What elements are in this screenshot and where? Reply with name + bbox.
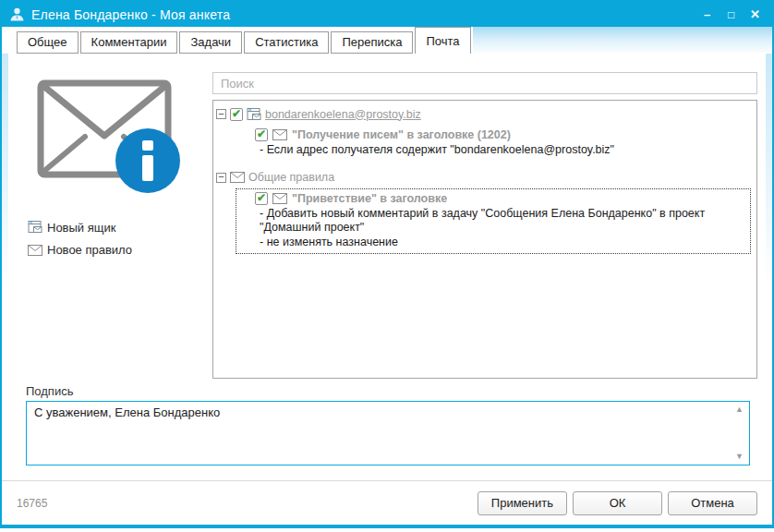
action-label: Новый ящик: [47, 221, 115, 235]
tab-bar: ОбщееКомментарииЗадачиСтатистикаПереписк…: [2, 27, 772, 54]
tab-statistics[interactable]: Статистика: [244, 31, 329, 54]
rule-title: "Получение писем" в заголовке (1202): [292, 128, 511, 141]
mailbox-icon: [247, 107, 261, 122]
mail-tab-panel: Новый ящикНовое правило bondarenkoelena@…: [2, 54, 772, 480]
tree-node-mailbox-node: bondarenkoelena@prostoy.biz"Получение пи…: [216, 106, 751, 163]
rule-details: - Добавить новый комментарий в задачу "С…: [260, 207, 746, 250]
footer-buttons: ПрименитьОКОтмена: [478, 491, 757, 515]
rule-checkbox[interactable]: [255, 192, 268, 205]
envelope-icon: [272, 129, 287, 140]
envelope-icon: [230, 172, 245, 183]
signature-box: С уважением, Елена Бондаренко ▲ ▼: [26, 401, 750, 466]
minimize-button[interactable]: –: [697, 6, 717, 24]
tree-node-children: "Приветствие" в заголовке- Добавить новы…: [236, 188, 751, 255]
collapse-icon[interactable]: [216, 173, 226, 183]
rules-tree: bondarenkoelena@prostoy.biz"Получение пи…: [212, 100, 757, 379]
profile-window: Елена Бондаренко - Моя анкета –□✕ ОбщееК…: [0, 0, 774, 528]
tab-general[interactable]: Общее: [17, 31, 79, 54]
node-checkbox[interactable]: [230, 108, 243, 121]
search-input[interactable]: [212, 72, 757, 94]
rule-checkbox[interactable]: [255, 128, 268, 141]
signature-scrollbar: ▲ ▼: [733, 405, 745, 461]
signature-label: Подпись: [26, 384, 750, 398]
cancel-button[interactable]: Отмена: [668, 491, 757, 515]
apply-button[interactable]: Применить: [478, 491, 567, 515]
mail-left-column: Новый ящикНовое правило: [11, 72, 212, 379]
info-badge-icon: [115, 128, 180, 193]
rule-detail: - не изменять назначение: [260, 236, 746, 250]
tab-comments[interactable]: Комментарии: [80, 31, 178, 54]
mail-main-row: Новый ящикНовое правило bondarenkoelena@…: [2, 54, 772, 379]
envelope-icon: [272, 193, 287, 204]
tab-correspondence[interactable]: Переписка: [331, 31, 413, 54]
window-title: Елена Бондаренко - Моя анкета: [31, 7, 230, 22]
window-controls: –□✕: [697, 6, 765, 24]
mail-info-illustration: [35, 78, 212, 200]
action-new-mailbox[interactable]: Новый ящик: [28, 220, 212, 235]
collapse-icon[interactable]: [216, 109, 226, 119]
rule-row: "Получение писем" в заголовке (1202): [255, 127, 746, 142]
mailbox-icon: [28, 220, 42, 235]
maximize-button[interactable]: □: [721, 6, 741, 24]
rule-row: "Приветствие" в заголовке: [255, 191, 746, 206]
signature-section: Подпись С уважением, Елена Бондаренко ▲ …: [26, 384, 750, 466]
tree-node-row: Общие правила: [216, 170, 751, 186]
rule-item[interactable]: "Приветствие" в заголовке- Добавить новы…: [236, 188, 751, 255]
close-button[interactable]: ✕: [745, 6, 765, 24]
scroll-up-icon[interactable]: ▲: [735, 405, 744, 414]
rule-detail: - Добавить новый комментарий в задачу "С…: [260, 207, 746, 236]
mail-right-column: bondarenkoelena@prostoy.biz"Получение пи…: [212, 72, 757, 379]
action-new-rule[interactable]: Новое правило: [28, 243, 212, 257]
ok-button[interactable]: ОК: [573, 491, 662, 515]
envelope-icon: [28, 245, 42, 256]
node-label[interactable]: Общие правила: [248, 171, 334, 184]
scroll-down-icon[interactable]: ▼: [735, 453, 744, 461]
rule-item[interactable]: "Получение писем" в заголовке (1202)- Ес…: [236, 125, 751, 163]
tree-node-children: "Получение писем" в заголовке (1202)- Ес…: [236, 125, 751, 163]
node-label[interactable]: bondarenkoelena@prostoy.biz: [265, 108, 421, 121]
action-label: Новое правило: [47, 243, 132, 257]
tab-tasks[interactable]: Задачи: [179, 31, 242, 54]
tab-bar-lead: [2, 27, 17, 54]
mail-actions: Новый ящикНовое правило: [28, 220, 212, 257]
status-number: 16765: [17, 497, 47, 510]
signature-textarea[interactable]: С уважением, Елена Бондаренко: [26, 401, 750, 466]
tab-list: ОбщееКомментарииЗадачиСтатистикаПереписк…: [17, 27, 473, 54]
tab-bar-filler: [473, 27, 772, 54]
footer-bar: 16765 ПрименитьОКОтмена: [2, 480, 772, 525]
rule-details: - Если адрес получателя содержит "bondar…: [260, 143, 746, 158]
tree-node-row: bondarenkoelena@prostoy.biz: [216, 106, 751, 122]
rule-title: "Приветствие" в заголовке: [292, 192, 447, 205]
rule-detail: - Если адрес получателя содержит "bondar…: [260, 143, 746, 158]
title-bar: Елена Бондаренко - Моя анкета –□✕: [2, 2, 772, 27]
person-icon: [9, 7, 25, 21]
tab-mail[interactable]: Почта: [415, 27, 470, 54]
tree-node-common-rules-node: Общие правила"Приветствие" в заголовке- …: [216, 170, 751, 255]
